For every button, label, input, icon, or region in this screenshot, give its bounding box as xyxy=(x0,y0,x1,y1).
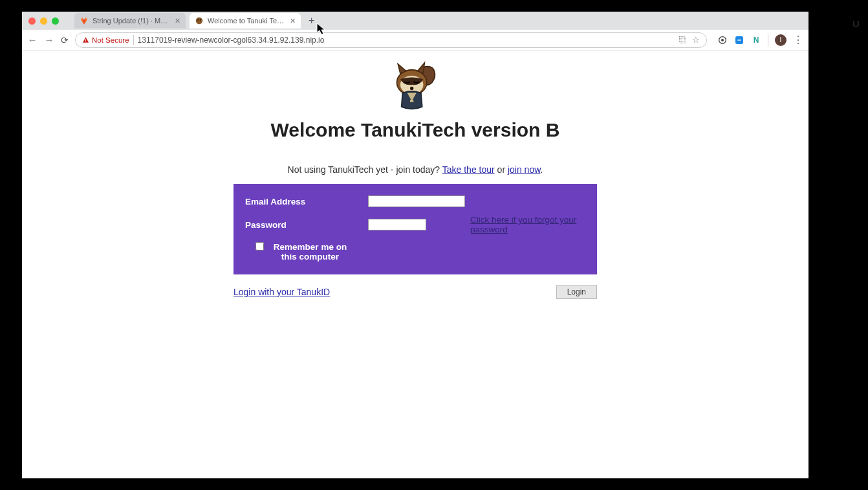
svg-point-0 xyxy=(196,17,203,25)
or-text: or xyxy=(495,164,508,175)
not-secure-label: Not Secure xyxy=(92,36,129,44)
new-tab-button[interactable]: + xyxy=(305,15,318,27)
forgot-password-link[interactable]: Click here if you forgot your password xyxy=(470,215,576,234)
svg-point-1 xyxy=(197,19,199,21)
ext-icon-2[interactable] xyxy=(734,35,744,45)
page-content: Welcome TanukiTech version B Not using T… xyxy=(22,50,808,478)
svg-point-2 xyxy=(200,19,201,21)
menu-button[interactable]: ⋮ xyxy=(793,34,803,46)
gitlab-icon xyxy=(80,16,89,25)
tab-string-update[interactable]: String Update (!1) · Merge Req... ✕ xyxy=(74,13,186,28)
separator xyxy=(768,34,768,46)
password-field[interactable] xyxy=(368,219,426,230)
ext-icon-1[interactable] xyxy=(717,35,728,45)
email-label: Email Address xyxy=(243,192,365,211)
tab-bar: String Update (!1) · Merge Req... ✕ Welc… xyxy=(22,12,808,30)
email-field[interactable] xyxy=(368,195,465,207)
window-close-icon[interactable] xyxy=(28,17,36,25)
browser-window: String Update (!1) · Merge Req... ✕ Welc… xyxy=(22,12,808,478)
close-icon[interactable]: ✕ xyxy=(175,17,180,25)
join-now-link[interactable]: join now xyxy=(508,164,541,175)
password-label: Password xyxy=(243,211,365,238)
close-icon[interactable]: ✕ xyxy=(290,17,296,25)
remember-checkbox-label[interactable]: Remember me on this computer xyxy=(255,242,353,262)
reload-button[interactable]: ⟳ xyxy=(61,35,69,45)
forward-button[interactable]: → xyxy=(44,34,54,45)
svg-rect-8 xyxy=(737,39,741,40)
svg-point-6 xyxy=(721,39,724,41)
tab-tanuki-home[interactable]: Welcome to Tanuki Tech Homep ✕ xyxy=(190,13,301,28)
svg-rect-3 xyxy=(85,39,86,41)
toolbar: ← → ⟳ Not Secure 13117019-review-newcolo… xyxy=(22,30,808,50)
profile-avatar[interactable]: I xyxy=(775,34,787,46)
browser-chrome: String Update (!1) · Merge Req... ✕ Welc… xyxy=(22,12,808,50)
right-strip: U xyxy=(849,0,868,490)
tab-title: String Update (!1) · Merge Req... xyxy=(92,17,171,25)
remember-text: Remember me on this computer xyxy=(268,242,353,262)
window-minimize-icon[interactable] xyxy=(40,17,47,25)
period: . xyxy=(541,164,543,175)
login-footer: Login with your TanukID Login xyxy=(233,285,597,299)
tanukid-login-link[interactable]: Login with your TanukID xyxy=(233,287,330,297)
toolbar-right: N I ⋮ xyxy=(717,34,803,46)
login-button[interactable]: Login xyxy=(556,285,597,299)
promo-prefix: Not using TanukiTech yet - join today? xyxy=(288,164,442,175)
window-controls xyxy=(28,17,59,25)
ext-icon-3[interactable]: N xyxy=(751,35,761,45)
window-maximize-icon[interactable] xyxy=(52,17,59,25)
warning-icon xyxy=(82,36,89,43)
tanuki-logo-icon xyxy=(386,60,444,111)
svg-rect-12 xyxy=(410,100,413,102)
page-title: Welcome TanukiTech version B xyxy=(22,119,808,141)
separator xyxy=(133,35,134,45)
svg-point-11 xyxy=(410,87,413,90)
remember-checkbox[interactable] xyxy=(255,242,264,251)
security-badge[interactable]: Not Secure xyxy=(82,36,129,44)
svg-rect-4 xyxy=(85,41,86,42)
back-button[interactable]: ← xyxy=(27,34,38,45)
promo-line: Not using TanukiTech yet - join today? T… xyxy=(22,164,808,175)
login-form: Email Address Password Click here if you… xyxy=(233,184,597,274)
take-tour-link[interactable]: Take the tour xyxy=(442,164,495,175)
url-text: 13117019-review-newcolor-cgol63.34.91.92… xyxy=(138,36,325,45)
bookmark-icon[interactable]: ☆ xyxy=(692,35,700,45)
translate-icon[interactable]: ⿻ xyxy=(678,35,688,45)
address-bar[interactable]: Not Secure 13117019-review-newcolor-cgol… xyxy=(75,32,707,48)
tab-title: Welcome to Tanuki Tech Homep xyxy=(208,17,286,25)
side-hint: U xyxy=(852,18,860,29)
tanuki-icon xyxy=(195,16,204,25)
logo xyxy=(22,60,808,111)
